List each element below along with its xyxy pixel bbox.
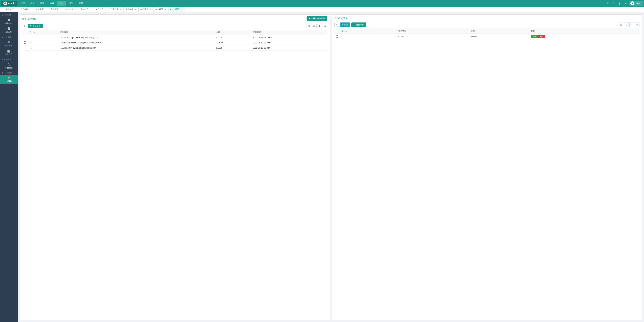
- nav-icon-wifi[interactable]: ⊙: [605, 1, 610, 6]
- nav-system[interactable]: 系统: [76, 1, 86, 6]
- row-checkbox-cell: [22, 45, 28, 51]
- section-icon-setting: ≡: [2, 59, 3, 61]
- tab-transfer-close[interactable]: ×: [74, 8, 77, 11]
- right-col-id[interactable]: ID ▲▼: [340, 28, 396, 34]
- id-sort-icon: ▲▼: [32, 32, 35, 33]
- right-refresh-icon: ↻: [354, 23, 355, 26]
- tab-member-list-close[interactable]: ×: [30, 8, 32, 11]
- right-update-balance-button[interactable]: ↻ 更新余额: [352, 22, 366, 27]
- delete-button[interactable]: 删除: [538, 35, 545, 38]
- right-print-icon[interactable]: 🖨: [624, 22, 629, 27]
- tab-member-list-label: 会员列表: [21, 8, 29, 11]
- one-click-icon: 📦: [7, 76, 10, 79]
- row-balance: 11.5300: [214, 40, 251, 45]
- tab-pay-config-label: 收付配置: [155, 8, 163, 11]
- tab-transfer[interactable]: 划转明细 ×: [64, 7, 79, 12]
- tab-pay-config-close[interactable]: ×: [164, 8, 167, 11]
- username: admin: [636, 2, 641, 4]
- row-id: 75: [28, 45, 58, 51]
- one-click-collect-button[interactable]: ✉ 一键归集到访问: [306, 16, 328, 21]
- sidebar-item-receive-address[interactable]: 📋 收款地址: [0, 17, 18, 26]
- sidebar-item-pay-config[interactable]: ⚙️ 付款配置: [0, 39, 18, 48]
- tab-pay-config[interactable]: 收付配置 ×: [154, 7, 168, 12]
- tab-group-config-close[interactable]: ×: [45, 8, 47, 11]
- left-table: ID ▲▼ 归集地址 余额 更新时间 77 TDh9cJxaXMp5y961E2…: [22, 30, 328, 51]
- tab-coin-manage-close[interactable]: ×: [90, 8, 92, 11]
- tab-home-close[interactable]: ×: [15, 8, 17, 11]
- right-grid-icon[interactable]: ⊞: [619, 22, 623, 27]
- right-search-icon[interactable]: 🔍: [635, 22, 640, 27]
- sidebar-item-pay-setting[interactable]: 🔧 收付配置: [0, 62, 18, 70]
- tab-home[interactable]: 后台首页 ×: [4, 7, 19, 12]
- nav-icon-delete[interactable]: 🗑: [617, 1, 622, 6]
- tab-recharge-list[interactable]: 充值列表 ×: [49, 7, 64, 12]
- edit-button[interactable]: 编辑: [531, 35, 538, 38]
- tab-game-manage[interactable]: 游戏管理 ×: [94, 7, 109, 12]
- row-checkbox[interactable]: [336, 35, 338, 37]
- tab-coin-manage[interactable]: 币种管理 ×: [79, 7, 94, 12]
- right-col-action: 操作: [530, 28, 640, 34]
- top-nav: A Admin 首页 会员 运营 游戏 地址 代理 系统 ⊙ ↻ 🗑 ✕ 👤 a…: [0, 0, 644, 7]
- sidebar-item-receive-record[interactable]: 📄 收款记录: [0, 26, 18, 35]
- tab-member-list[interactable]: 会员列表 ×: [19, 7, 34, 12]
- tab-next-btn[interactable]: ›: [640, 7, 644, 12]
- sidebar-item-one-click[interactable]: 📦 一键归集: [0, 75, 18, 84]
- left-table-wrap: ID ▲▼ 归集地址 余额 更新时间 77 TDh9cJxaXMp5y961E2…: [20, 30, 330, 53]
- tab-group-config[interactable]: 分组配置 ×: [34, 7, 49, 12]
- row-checkbox[interactable]: [24, 41, 26, 44]
- nav-agent[interactable]: 代理: [67, 1, 76, 6]
- nav-home[interactable]: 首页: [18, 1, 27, 6]
- right-update-balance-label: 更新余额: [356, 23, 364, 26]
- tab-receive-address[interactable]: 收款地址 ×: [138, 7, 154, 12]
- tab-receive-address-close[interactable]: ×: [149, 8, 152, 11]
- right-refresh-button[interactable]: ↻: [334, 23, 339, 27]
- left-grid-icon[interactable]: ⊞: [306, 24, 311, 28]
- user-menu[interactable]: 👤 admin: [629, 1, 643, 6]
- tab-prev-btn[interactable]: ‹: [0, 7, 4, 12]
- left-download-icon[interactable]: ⬇: [317, 24, 322, 28]
- nav-address[interactable]: 地址: [57, 1, 66, 6]
- logo-icon: A: [3, 1, 7, 5]
- left-col-id[interactable]: ID ▲▼: [28, 30, 58, 35]
- tab-bet-record[interactable]: 下注记录 ×: [109, 7, 124, 12]
- tab-one-click-close[interactable]: ×: [181, 8, 183, 10]
- right-select-all[interactable]: [336, 30, 338, 32]
- left-col-checkbox: [22, 30, 28, 35]
- tab-recharge-list-close[interactable]: ×: [60, 8, 62, 11]
- nav-icon-refresh[interactable]: ↻: [611, 1, 616, 6]
- nav-member[interactable]: 会员: [28, 1, 37, 6]
- nav-operation[interactable]: 运营: [38, 1, 47, 6]
- right-id-sort-icon: ▲▼: [344, 30, 347, 32]
- left-toolbar: ↻ ↻ 更新余额 ⊞ 🖨 ⬇ 🔍: [20, 22, 330, 30]
- row-checkbox[interactable]: [24, 36, 26, 38]
- right-download-icon[interactable]: ⬇: [630, 22, 634, 27]
- tab-lottery-result[interactable]: 开奖结果 ×: [124, 7, 138, 12]
- left-update-balance-button[interactable]: ↻ 更新余额: [28, 24, 43, 28]
- row-updated: 2022-06-13 02:38:06: [251, 45, 327, 51]
- tab-bet-record-close[interactable]: ×: [120, 8, 122, 11]
- row-checkbox[interactable]: [24, 47, 26, 49]
- sidebar-item-pay-record[interactable]: 📝 付款记录: [0, 48, 18, 57]
- row-address: TVBS6EAE8ca1X1oKJZsy5GeHcunxUyUhNW: [58, 40, 214, 45]
- tab-game-manage-label: 游戏管理: [96, 8, 104, 11]
- right-panel-header: 归集到的地址: [332, 14, 642, 21]
- row-balance: 0.0000: [214, 35, 251, 40]
- sidebar-section-receive: ≡ 收款管理: [0, 12, 18, 17]
- row-address: TACFkserNvTT7xbjjyphNzfz2jpRe3tHar: [58, 45, 214, 51]
- right-add-button[interactable]: + 添加: [340, 22, 350, 27]
- tab-lottery-result-close[interactable]: ×: [134, 8, 137, 11]
- left-refresh-button[interactable]: ↻: [22, 24, 27, 28]
- tab-one-click[interactable]: 一键归集 ×: [168, 7, 185, 12]
- sidebar-section-oneclick: 🗓 一键归集: [0, 70, 18, 75]
- left-print-icon[interactable]: 🖨: [312, 24, 316, 28]
- tab-home-label: 后台首页: [6, 8, 14, 11]
- app-logo[interactable]: A Admin: [1, 1, 18, 6]
- left-select-all[interactable]: [24, 31, 26, 33]
- left-panel-title: 需要归集的地址: [22, 18, 38, 22]
- nav-game[interactable]: 游戏: [47, 1, 56, 6]
- nav-icon-close[interactable]: ✕: [623, 1, 628, 6]
- left-search-icon[interactable]: 🔍: [323, 24, 328, 28]
- app-title: Admin: [8, 2, 16, 5]
- right-table-wrap: ID ▲▼ 收币地址 余额 操作 1 41221 0.0000 编辑: [332, 28, 642, 42]
- tab-game-manage-close[interactable]: ×: [104, 8, 107, 11]
